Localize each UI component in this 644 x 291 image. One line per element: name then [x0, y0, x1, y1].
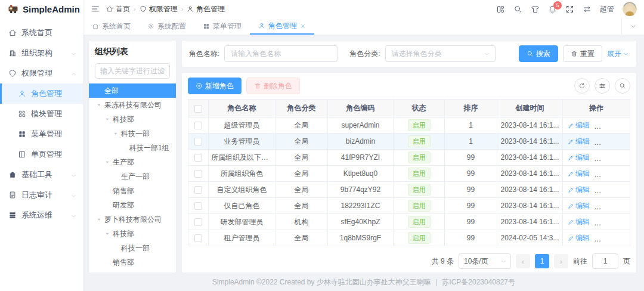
sidebar-item-organization[interactable]: 组织架构 [0, 43, 83, 63]
tree-node[interactable]: 销售部 [89, 255, 176, 270]
row-checkbox[interactable] [194, 202, 202, 210]
role-name-input[interactable] [224, 45, 338, 62]
authorize-link[interactable]: 授权 [626, 153, 630, 163]
sidebar-item-page-management[interactable]: 单页管理 [0, 144, 83, 165]
row-checkbox[interactable] [194, 186, 202, 194]
tree-node[interactable]: 科技一部1组 [89, 141, 176, 155]
edit-link[interactable]: 编辑 [568, 153, 590, 163]
switch-org-icon[interactable] [583, 5, 592, 14]
authorize-link[interactable]: 授权 [626, 137, 630, 147]
authorize-link[interactable]: 授权 [626, 201, 630, 211]
edit-link[interactable]: 编辑 [568, 201, 590, 211]
next-page-button[interactable]: › [554, 254, 568, 268]
delete-link[interactable]: 删除 [596, 185, 618, 195]
search-button[interactable]: 搜索 [519, 45, 558, 62]
tab-role-management[interactable]: 角色管理 [250, 18, 314, 35]
close-icon[interactable] [300, 22, 306, 29]
grid-filled-icon [203, 23, 210, 30]
authorize-link[interactable]: 授权 [626, 233, 630, 243]
row-checkbox[interactable] [194, 138, 202, 146]
tree-node[interactable]: 科技一部 [89, 241, 176, 255]
org-filter-input[interactable] [95, 63, 170, 79]
sidebar-item-log-audit[interactable]: 日志审计 [0, 185, 83, 205]
page-number-current[interactable]: 1 [535, 254, 549, 268]
chevron-down-icon [70, 171, 77, 179]
delete-link[interactable]: 删除 [596, 233, 618, 243]
select-all-checkbox[interactable] [194, 105, 202, 113]
edit-link[interactable]: 编辑 [568, 137, 590, 147]
delete-link[interactable]: 删除 [596, 201, 618, 211]
column-settings-button[interactable] [595, 78, 610, 94]
sidebar-item-module-management[interactable]: 模块管理 [0, 104, 83, 124]
sidebar-item-menu-management[interactable]: 菜单管理 [0, 124, 83, 144]
pencil-icon [568, 203, 574, 209]
tree-node[interactable]: 销售部 [89, 184, 176, 198]
authorize-link[interactable]: 授权 [626, 120, 630, 131]
row-checkbox[interactable] [194, 170, 202, 178]
theme-shirt-icon[interactable] [531, 5, 540, 14]
tree-node[interactable]: 科技部 [89, 227, 176, 241]
page-size-select[interactable]: 10条/页 [459, 253, 511, 269]
reset-button[interactable]: 重置 [563, 45, 602, 62]
tree-node[interactable]: 果冻科技有限公司 [89, 98, 176, 112]
edit-link[interactable]: 编辑 [568, 233, 590, 243]
tree-node[interactable]: 生产一部 [89, 169, 176, 184]
tree-node-all[interactable]: 全部 [89, 83, 176, 98]
tree-node[interactable]: 科技部 [89, 112, 176, 126]
fullscreen-icon[interactable] [565, 5, 574, 14]
grid-icon [18, 110, 26, 118]
authorize-link[interactable]: 授权 [626, 169, 630, 179]
refresh-button[interactable] [574, 78, 590, 94]
sidebar-item-permission[interactable]: 权限管理 [0, 63, 83, 83]
breadcrumb-permission[interactable]: 权限管理 [140, 4, 178, 14]
delete-role-button[interactable]: 删除角色 [246, 78, 300, 94]
edit-link[interactable]: 编辑 [568, 185, 590, 195]
authorize-link[interactable]: 授权 [626, 217, 630, 227]
tree-node[interactable]: 萝卜科技有限公司 [89, 212, 176, 227]
tree-node[interactable]: 研发部 [89, 198, 176, 212]
current-username[interactable]: 超管 [600, 4, 614, 14]
col-role-category: 角色分类 [275, 100, 328, 117]
sidebar-collapse-icon[interactable] [91, 4, 100, 14]
components-icon[interactable] [496, 5, 505, 14]
app-logo[interactable]: SimpleAdmin [0, 0, 83, 18]
expand-toggle[interactable]: 展开 [607, 49, 629, 59]
tab-system-config[interactable]: 系统配置 [139, 18, 194, 35]
authorize-link[interactable]: 授权 [626, 185, 630, 195]
delete-link[interactable]: 删除 [596, 169, 618, 179]
tab-list-dropdown[interactable] [621, 18, 644, 35]
delete-link[interactable]: 删除 [596, 153, 618, 163]
breadcrumb-role[interactable]: 角色管理 [187, 4, 225, 14]
sidebar-item-home[interactable]: 系统首页 [0, 23, 83, 43]
edit-link[interactable]: 编辑 [568, 120, 590, 131]
row-checkbox[interactable] [194, 218, 202, 226]
add-role-button[interactable]: 新增角色 [188, 78, 242, 94]
sidebar-item-basic-tools[interactable]: 基础工具 [0, 165, 83, 185]
edit-link[interactable]: 编辑 [568, 217, 590, 227]
table-search-button[interactable] [615, 78, 630, 94]
role-category-label: 角色分类: [349, 49, 380, 59]
row-checkbox[interactable] [194, 122, 202, 129]
prev-page-button[interactable]: ‹ [516, 254, 530, 268]
edit-link[interactable]: 编辑 [568, 169, 590, 179]
tree-node[interactable]: 生产部 [89, 155, 176, 169]
sidebar-item-role-management[interactable]: 角色管理 [0, 83, 83, 104]
delete-link[interactable]: 删除 [596, 120, 618, 131]
tab-menu-management[interactable]: 菜单管理 [194, 18, 250, 35]
delete-link[interactable]: 删除 [596, 217, 618, 227]
row-checkbox[interactable] [194, 154, 202, 162]
row-checkbox[interactable] [194, 234, 202, 242]
search-icon[interactable] [513, 5, 522, 14]
footer: SimpleAdmin ©2022 Created by 少林寺驻北固山办事处大… [83, 273, 644, 291]
tree-node[interactable]: 科技一部 [89, 126, 176, 141]
user-avatar[interactable] [623, 2, 637, 16]
goto-page-input[interactable] [592, 253, 618, 269]
tab-system-home[interactable]: 系统首页 [83, 18, 139, 35]
sidebar-item-system-ops[interactable]: 系统运维 [0, 205, 83, 225]
breadcrumb-home[interactable]: 首页 [106, 4, 130, 14]
notification-bell-icon[interactable]: 5 [548, 5, 557, 14]
role-category-select[interactable]: 请选择角色分类 [385, 45, 496, 62]
trash-icon [596, 171, 603, 177]
delete-link[interactable]: 删除 [596, 137, 618, 147]
chevron-up-icon [70, 69, 77, 78]
